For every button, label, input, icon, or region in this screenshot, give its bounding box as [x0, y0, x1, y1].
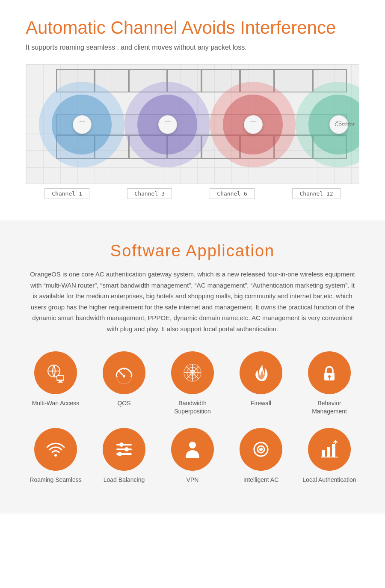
bandwidth-icon-circle: [171, 351, 214, 394]
roaming-icon-circle: [34, 428, 77, 471]
svg-rect-25: [116, 444, 132, 445]
svg-rect-5: [58, 382, 63, 383]
feature-behavior: Behavior Management: [299, 351, 359, 415]
loadbalancing-icon-circle: [103, 428, 145, 471]
svg-point-24: [54, 454, 57, 457]
channel-label-6: Channel 6: [210, 188, 254, 199]
vpn-icon: [181, 438, 204, 460]
svg-point-30: [118, 452, 122, 456]
svg-point-35: [259, 448, 263, 451]
svg-point-22: [328, 375, 331, 378]
channel-subtitle: It supports roaming seamless , and clien…: [26, 44, 359, 51]
svg-rect-39: [332, 444, 335, 457]
svg-line-7: [119, 371, 124, 376]
svg-rect-27: [116, 448, 132, 450]
software-description: OrangeOS is one core AC authentication g…: [30, 269, 355, 334]
behavior-label: Behavior Management: [299, 399, 359, 415]
svg-point-26: [119, 442, 124, 447]
localauth-icon: [318, 438, 341, 460]
svg-rect-38: [327, 447, 330, 457]
svg-point-31: [189, 442, 196, 448]
behavior-icon-circle: [308, 351, 351, 394]
corridor-label: Corridor: [335, 121, 355, 128]
firewall-icon: [250, 362, 272, 384]
firewall-label: Firewall: [251, 399, 271, 407]
qos-icon-circle: [103, 351, 145, 394]
loadbalancing-icon: [113, 438, 135, 460]
channel-label-1: Channel 1: [44, 188, 89, 199]
svg-rect-3: [57, 376, 63, 380]
channel-title: Automatic Channel Avoids Interference: [26, 17, 359, 39]
feature-roaming: Roaming Seamless: [26, 428, 86, 484]
software-section: Software Application OrangeOS is one cor…: [0, 220, 385, 514]
features-row-2: Roaming Seamless Load Balancing: [17, 428, 368, 484]
svg-rect-37: [322, 450, 325, 457]
multiwan-label: Multi-Wan Access: [32, 399, 80, 407]
svg-marker-34: [259, 442, 263, 448]
multiwan-icon-circle: [34, 351, 77, 394]
svg-point-28: [124, 447, 129, 451]
channel-diagram: Corridor: [26, 64, 359, 184]
feature-bandwidth: Bandwidth Superposition: [163, 351, 222, 415]
channel-label-12: Channel 12: [292, 188, 340, 199]
feature-vpn: VPN: [163, 428, 222, 484]
channel-section: Automatic Channel Avoids Interference It…: [0, 0, 385, 220]
feature-localauth: Local Authentication: [299, 428, 359, 484]
bandwidth-label: Bandwidth Superposition: [163, 399, 222, 415]
svg-rect-4: [59, 381, 62, 382]
feature-loadbalancing: Load Balancing: [94, 428, 154, 484]
channel-label-3: Channel 3: [127, 188, 172, 199]
loadbalancing-label: Load Balancing: [104, 476, 145, 484]
roaming-icon: [44, 438, 67, 460]
qos-label: QOS: [117, 399, 130, 407]
roaming-label: Roaming Seamless: [30, 476, 81, 484]
intelligentac-icon: [250, 438, 272, 460]
multiwan-icon: [44, 362, 67, 384]
feature-qos: QOS: [94, 351, 154, 415]
behavior-icon: [318, 362, 341, 384]
intelligentac-label: Intelligent AC: [243, 476, 279, 484]
intelligentac-icon-circle: [240, 428, 282, 471]
feature-multiwan: Multi-Wan Access: [26, 351, 86, 415]
qos-icon: [113, 362, 135, 384]
localauth-icon-circle: [308, 428, 351, 471]
firewall-icon-circle: [240, 351, 282, 394]
feature-intelligentac: Intelligent AC: [231, 428, 291, 484]
vpn-label: VPN: [187, 476, 199, 484]
software-title: Software Application: [17, 242, 368, 260]
features-row-1: Multi-Wan Access: [17, 351, 368, 415]
bandwidth-icon: [181, 362, 204, 384]
feature-firewall: Firewall: [231, 351, 291, 415]
vpn-icon-circle: [171, 428, 214, 471]
localauth-label: Local Authentication: [302, 476, 356, 484]
channel-labels: Channel 1 Channel 3 Channel 6 Channel 12: [26, 184, 359, 212]
